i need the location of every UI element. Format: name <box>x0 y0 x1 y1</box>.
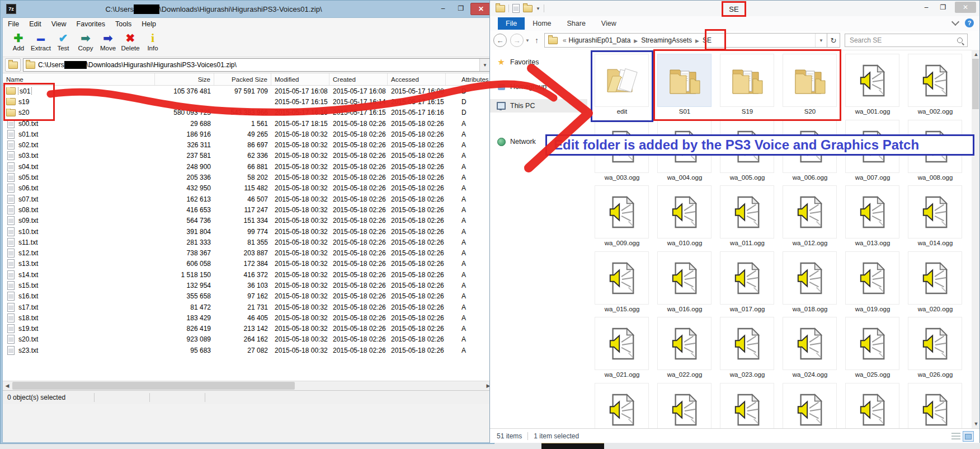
toolbar-button-test[interactable]: ✔Test <box>52 31 74 52</box>
table-row[interactable]: s18.txt183 42946 4052015-05-18 00:322015… <box>3 312 493 323</box>
file-tile-wa_012.ogg[interactable]: wa_012.ogg <box>783 185 837 246</box>
file-tile-wa_026.ogg[interactable]: wa_026.ogg <box>908 317 962 378</box>
file-tile-wa_005.ogg[interactable]: wa_005.ogg <box>720 120 774 181</box>
table-row[interactable]: s00.txt29 6881 5612015-05-17 18:152015-0… <box>3 118 493 129</box>
table-row[interactable]: s06.txt432 950115 4822015-05-18 00:32201… <box>3 183 493 194</box>
address-combobox[interactable]: C:\Users\Downloads\Higurashi\HigurashiPS… <box>23 58 491 72</box>
menu-item-favorites[interactable]: Favorites <box>72 20 110 28</box>
table-row[interactable]: s03.txt237 58162 3362015-05-18 00:322015… <box>3 151 493 161</box>
tile-icon-box <box>783 54 837 107</box>
file-tile-wa_003.ogg[interactable]: wa_003.ogg <box>595 120 649 181</box>
file-tile-partial[interactable] <box>845 383 899 428</box>
file-tile-wa_006.ogg[interactable]: wa_006.ogg <box>783 120 837 181</box>
chevron-down-icon[interactable]: ▼ <box>479 59 490 71</box>
ogg-file-icon <box>920 130 950 163</box>
7zip-address-row: C:\Users\Downloads\Higurashi\HigurashiPS… <box>3 57 493 73</box>
scroll-left-icon[interactable]: ◀ <box>3 381 12 390</box>
file-tile-wa_017.ogg[interactable]: wa_017.ogg <box>720 251 774 312</box>
file-tile-partial[interactable] <box>908 383 962 428</box>
toolbar-button-copy[interactable]: ➡Copy <box>74 31 97 52</box>
table-row[interactable]: s05.txt205 33658 2022015-05-18 00:322015… <box>3 172 493 183</box>
table-row[interactable]: s01.txt186 91649 2652015-05-18 00:322015… <box>3 129 493 139</box>
table-row[interactable]: s08.txt416 653117 2472015-05-18 00:32201… <box>3 204 493 215</box>
file-tile-wa_013.ogg[interactable]: wa_013.ogg <box>845 185 899 246</box>
toolbar-button-add[interactable]: ✚Add <box>7 31 30 52</box>
minimize-button[interactable]: – <box>435 3 451 14</box>
file-tile-partial[interactable] <box>595 383 649 428</box>
file-tile-wa_009.ogg[interactable]: wa_009.ogg <box>595 185 649 246</box>
thumbnail-view-icon[interactable] <box>963 431 974 442</box>
menu-item-tools[interactable]: Tools <box>110 20 136 28</box>
toolbar-button-extract[interactable]: ▬Extract <box>30 31 52 52</box>
column-header-name[interactable]: Name <box>3 73 155 85</box>
file-tile-wa_015.ogg[interactable]: wa_015.ogg <box>595 251 649 312</box>
table-row[interactable]: s04.txt248 90066 8812015-05-18 00:322015… <box>3 161 493 172</box>
file-tile-wa_022.ogg[interactable]: wa_022.ogg <box>657 317 712 378</box>
table-row[interactable]: s16.txt355 65897 1622015-05-18 00:322015… <box>3 291 493 302</box>
file-tile-partial[interactable] <box>783 383 837 428</box>
close-button[interactable]: ✕ <box>470 3 492 15</box>
column-header-accessed[interactable]: Accessed <box>388 73 446 85</box>
folder-tile-s19[interactable]: S19 <box>720 54 774 115</box>
table-row[interactable]: s192015-05-17 16:152015-05-17 16:142015-… <box>3 96 493 107</box>
file-tile-wa_002.ogg[interactable]: wa_002.ogg <box>908 54 962 115</box>
file-tile-wa_025.ogg[interactable]: wa_025.ogg <box>845 317 899 378</box>
menu-item-edit[interactable]: Edit <box>24 20 46 28</box>
file-tile-partial[interactable] <box>720 383 774 428</box>
file-tile-wa_016.ogg[interactable]: wa_016.ogg <box>657 251 712 312</box>
table-row[interactable]: s12.txt738 367203 8872015-05-18 00:32201… <box>3 247 493 258</box>
scroll-up-icon[interactable]: ▲ <box>972 50 980 59</box>
file-tile-partial[interactable] <box>657 383 712 428</box>
scrollbar-thumb[interactable] <box>972 59 979 109</box>
file-tile-wa_004.ogg[interactable]: wa_004.ogg <box>657 120 712 181</box>
file-tile-wa_020.ogg[interactable]: wa_020.ogg <box>908 251 962 312</box>
folder-tile-s20[interactable]: S20 <box>783 54 837 115</box>
table-row[interactable]: s23.txt95 68327 0822015-05-18 00:322015-… <box>3 345 493 356</box>
toolbar-button-delete[interactable]: ✖Delete <box>119 31 142 52</box>
table-row[interactable]: s17.txt81 47221 7312015-05-18 00:322015-… <box>3 302 493 312</box>
table-row[interactable]: s20.txt923 089264 1622015-05-18 00:32201… <box>3 334 493 345</box>
column-header-size[interactable]: Size <box>155 73 214 85</box>
table-row[interactable]: s07.txt162 61346 5072015-05-18 00:322015… <box>3 194 493 204</box>
table-row[interactable]: s02.txt326 31186 6972015-05-18 00:322015… <box>3 139 493 150</box>
toolbar-button-info[interactable]: iInfo <box>142 31 164 52</box>
column-header-attributes[interactable]: Attributes <box>446 73 493 85</box>
scrollbar-thumb[interactable] <box>12 382 295 390</box>
maximize-button[interactable]: ❐ <box>453 3 469 14</box>
toolbar-button-move[interactable]: ➡Move <box>97 31 119 52</box>
file-tile-wa_001.ogg[interactable]: wa_001.ogg <box>845 54 899 115</box>
file-tile-wa_008.ogg[interactable]: wa_008.ogg <box>908 120 962 181</box>
column-header-created[interactable]: Created <box>329 73 388 85</box>
file-tile-wa_023.ogg[interactable]: wa_023.ogg <box>720 317 774 378</box>
horizontal-scrollbar[interactable]: ◀ ▶ <box>3 381 493 391</box>
folder-tile-s01[interactable]: S01 <box>657 54 712 115</box>
parent-folder-button[interactable] <box>5 58 21 72</box>
file-tile-wa_007.ogg[interactable]: wa_007.ogg <box>845 120 899 181</box>
file-tile-wa_018.ogg[interactable]: wa_018.ogg <box>783 251 837 312</box>
file-tile-wa_014.ogg[interactable]: wa_014.ogg <box>908 185 962 246</box>
table-row[interactable]: s20580 093 725543 383 9662015-05-17 16:1… <box>3 107 493 118</box>
table-row[interactable]: s11.txt281 33381 3552015-05-18 00:322015… <box>3 237 493 247</box>
table-row[interactable]: s01105 376 48197 591 7092015-05-17 16:08… <box>3 86 493 96</box>
table-row[interactable]: s19.txt826 419213 1422015-05-18 00:32201… <box>3 324 493 334</box>
table-row[interactable]: s13.txt606 058172 3842015-05-18 00:32201… <box>3 259 493 269</box>
file-tile-wa_024.ogg[interactable]: wa_024.ogg <box>783 317 837 378</box>
scroll-down-icon[interactable]: ▼ <box>972 419 980 428</box>
details-view-icon[interactable] <box>951 431 960 440</box>
vertical-scrollbar[interactable]: ▲ ▼ <box>972 50 979 428</box>
menu-item-view[interactable]: View <box>46 20 72 28</box>
file-tile-wa_019.ogg[interactable]: wa_019.ogg <box>845 251 899 312</box>
menu-item-help[interactable]: Help <box>136 20 161 28</box>
file-tile-wa_010.ogg[interactable]: wa_010.ogg <box>657 185 712 246</box>
folder-tile-edit[interactable]: edit <box>595 54 649 115</box>
table-header[interactable]: NameSizePacked SizeModifiedCreatedAccess… <box>3 73 493 86</box>
file-tile-wa_011.ogg[interactable]: wa_011.ogg <box>720 185 774 246</box>
column-header-packed-size[interactable]: Packed Size <box>214 73 271 85</box>
table-row[interactable]: s10.txt391 80499 7742015-05-18 00:322015… <box>3 226 493 237</box>
table-row[interactable]: s15.txt132 95436 1032015-05-18 00:322015… <box>3 280 493 291</box>
file-tile-wa_021.ogg[interactable]: wa_021.ogg <box>595 317 649 378</box>
table-row[interactable]: s09.txt564 736151 3342015-05-18 00:32201… <box>3 216 493 226</box>
menu-item-file[interactable]: File <box>3 20 24 28</box>
column-header-modified[interactable]: Modified <box>271 73 329 85</box>
table-row[interactable]: s14.txt1 518 150416 3722015-05-18 00:322… <box>3 269 493 280</box>
